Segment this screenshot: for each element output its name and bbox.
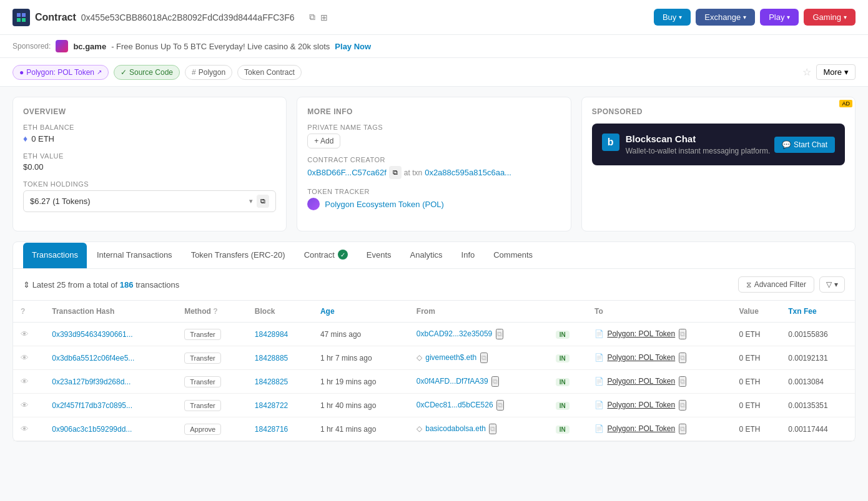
tab-contract[interactable]: Contract ✓ bbox=[295, 242, 357, 268]
main-content: Overview ETH BALANCE ♦ 0 ETH ETH VALUE $… bbox=[0, 87, 868, 452]
copy-address-button[interactable]: ⧉ bbox=[309, 12, 315, 22]
favorite-button[interactable]: ☆ bbox=[802, 66, 811, 78]
from-link[interactable]: 0xbCAD92...32e35059 bbox=[417, 329, 492, 338]
creator-address-link[interactable]: 0xB8D66F...C57ca62f bbox=[307, 168, 386, 177]
row-block: 18428984 bbox=[247, 323, 313, 346]
external-link-icon: ↗ bbox=[97, 69, 102, 75]
row-tx-hash: 0x3db6a5512c06f4ee5... bbox=[44, 346, 177, 370]
tx-hash-link[interactable]: 0x393d954634390661... bbox=[52, 330, 132, 339]
from-copy-button[interactable]: ⧉ bbox=[489, 424, 496, 434]
to-copy-button[interactable]: ⧉ bbox=[679, 329, 686, 339]
buy-button[interactable]: Buy ▾ bbox=[654, 9, 691, 26]
row-from: 0xCDec81...d5bCE526 ⧉ bbox=[409, 394, 548, 417]
more-info-title: More Info bbox=[307, 107, 560, 116]
tag-polygon-plain[interactable]: # Polygon bbox=[185, 65, 232, 80]
tab-analytics[interactable]: Analytics bbox=[402, 243, 451, 268]
block-link[interactable]: 18428722 bbox=[255, 401, 288, 410]
to-contract-icon: 📄 bbox=[594, 329, 604, 338]
row-value: 0 ETH bbox=[731, 346, 781, 370]
to-copy-button[interactable]: ⧉ bbox=[679, 424, 686, 434]
sponsor-cta-link[interactable]: Play Now bbox=[335, 42, 371, 51]
more-button[interactable]: More ▾ bbox=[816, 64, 856, 80]
advanced-filter-button[interactable]: ⧖ Advanced Filter bbox=[738, 276, 814, 293]
row-eye-icon[interactable]: 👁 bbox=[13, 346, 44, 370]
to-copy-button[interactable]: ⧉ bbox=[679, 400, 686, 411]
to-link[interactable]: Polygon: POL Token bbox=[607, 377, 675, 386]
overview-card: Overview ETH BALANCE ♦ 0 ETH ETH VALUE $… bbox=[12, 97, 287, 231]
play-button[interactable]: Play ▾ bbox=[760, 9, 799, 26]
to-copy-button[interactable]: ⧉ bbox=[679, 376, 686, 387]
tab-transactions[interactable]: Transactions bbox=[23, 243, 87, 268]
gaming-button[interactable]: Gaming ▾ bbox=[804, 9, 856, 26]
token-holdings-copy-button[interactable]: ⧉ bbox=[257, 195, 269, 208]
tab-internal-transactions[interactable]: Internal Transactions bbox=[88, 243, 181, 268]
contract-address: 0x455e53CBB86018Ac2B8092FdCd39d8444aFFC3… bbox=[81, 12, 295, 22]
start-chat-button[interactable]: 💬 Start Chat bbox=[774, 137, 835, 153]
row-eye-icon[interactable]: 👁 bbox=[13, 394, 44, 417]
from-copy-button[interactable]: ⧉ bbox=[480, 353, 488, 363]
svg-rect-0 bbox=[17, 13, 21, 17]
block-link[interactable]: 18428885 bbox=[255, 354, 288, 362]
tx-hash-link[interactable]: 0x906ac3c1b59299dd... bbox=[52, 425, 132, 434]
from-copy-button[interactable]: ⧉ bbox=[496, 400, 504, 411]
tx-hash-link[interactable]: 0x23a127b9f39d268d... bbox=[52, 377, 131, 386]
txn-fee-text: 0.00135351 bbox=[788, 401, 827, 410]
tx-hash-link[interactable]: 0x3db6a5512c06f4ee5... bbox=[52, 354, 134, 362]
chat-icon: 💬 bbox=[782, 140, 791, 149]
method-info-icon[interactable]: ? bbox=[213, 307, 217, 316]
token-holdings-label: TOKEN HOLDINGS bbox=[23, 180, 276, 188]
exchange-button[interactable]: Exchange ▾ bbox=[696, 9, 755, 26]
filter-dropdown-button[interactable]: ▽ ▾ bbox=[819, 276, 845, 293]
block-link[interactable]: 18428825 bbox=[255, 377, 288, 386]
to-link[interactable]: Polygon: POL Token bbox=[607, 424, 675, 433]
to-link[interactable]: Polygon: POL Token bbox=[607, 353, 675, 362]
row-eye-icon[interactable]: 👁 bbox=[13, 323, 44, 346]
col-tx-hash: Transaction Hash bbox=[44, 301, 177, 323]
col-age[interactable]: Age bbox=[313, 301, 409, 323]
creator-address-copy-button[interactable]: ⧉ bbox=[389, 166, 402, 179]
to-contract-icon: 📄 bbox=[594, 401, 604, 409]
eth-balance-value: ♦ 0 ETH bbox=[23, 134, 276, 143]
creator-txn-link[interactable]: 0x2a88c595a815c6aa... bbox=[425, 168, 511, 177]
to-link[interactable]: Polygon: POL Token bbox=[607, 329, 675, 338]
tab-token-transfers[interactable]: Token Transfers (ERC-20) bbox=[182, 243, 294, 268]
sponsored-card: Sponsored AD b Blockscan Chat Wallet-to-… bbox=[581, 97, 856, 231]
tag-polygon[interactable]: ● Polygon: POL Token ↗ bbox=[12, 65, 109, 80]
row-direction: IN bbox=[548, 417, 587, 441]
from-copy-button[interactable]: ⧉ bbox=[491, 376, 499, 387]
tab-comments[interactable]: Comments bbox=[485, 243, 541, 268]
tab-info[interactable]: Info bbox=[453, 243, 484, 268]
to-copy-button[interactable]: ⧉ bbox=[679, 353, 686, 363]
method-badge: Transfer bbox=[184, 329, 221, 340]
col-block: Block bbox=[247, 301, 313, 323]
value-text: 0 ETH bbox=[739, 354, 760, 362]
info-icon[interactable]: ? bbox=[21, 307, 25, 316]
method-badge: Transfer bbox=[184, 376, 221, 387]
add-private-name-button[interactable]: + Add bbox=[307, 134, 340, 148]
token-holdings-select[interactable]: $6.27 (1 Tokens) ▾ ⧉ bbox=[23, 190, 276, 212]
tab-events[interactable]: Events bbox=[358, 243, 400, 268]
tabs-section: Transactions Internal Transactions Token… bbox=[12, 241, 856, 442]
from-link[interactable]: givemeeth$.eth bbox=[425, 353, 476, 362]
gaming-chevron-icon: ▾ bbox=[844, 14, 847, 21]
token-tracker-link[interactable]: Polygon Ecosystem Token (POL) bbox=[325, 200, 444, 209]
block-link[interactable]: 18428716 bbox=[255, 425, 288, 434]
to-link[interactable]: Polygon: POL Token bbox=[607, 401, 675, 409]
qr-code-button[interactable]: ⊞ bbox=[320, 12, 328, 22]
from-copy-button[interactable]: ⧉ bbox=[496, 329, 503, 339]
blockscan-ad-title: Blockscan Chat bbox=[626, 134, 771, 144]
sponsored-label: Sponsored: bbox=[12, 42, 51, 51]
tx-hash-link[interactable]: 0x2f457f17db37c0895... bbox=[52, 401, 132, 410]
row-age: 47 mins ago bbox=[313, 323, 409, 346]
private-name-section: PRIVATE NAME TAGS + Add bbox=[307, 124, 560, 148]
eth-value-label: ETH VALUE bbox=[23, 152, 276, 160]
from-link[interactable]: 0x0f4AFD...Df7fAA39 bbox=[417, 377, 488, 386]
from-link[interactable]: 0xCDec81...d5bCE526 bbox=[417, 401, 493, 409]
tag-token-contract[interactable]: Token Contract bbox=[237, 65, 302, 80]
row-eye-icon[interactable]: 👁 bbox=[13, 417, 44, 441]
block-link[interactable]: 18428984 bbox=[255, 330, 288, 339]
page-title: Contract bbox=[35, 12, 76, 23]
tag-source-code[interactable]: ✓ Source Code bbox=[114, 65, 180, 80]
from-link[interactable]: basicodabolsa.eth bbox=[425, 424, 486, 433]
row-eye-icon[interactable]: 👁 bbox=[13, 370, 44, 394]
